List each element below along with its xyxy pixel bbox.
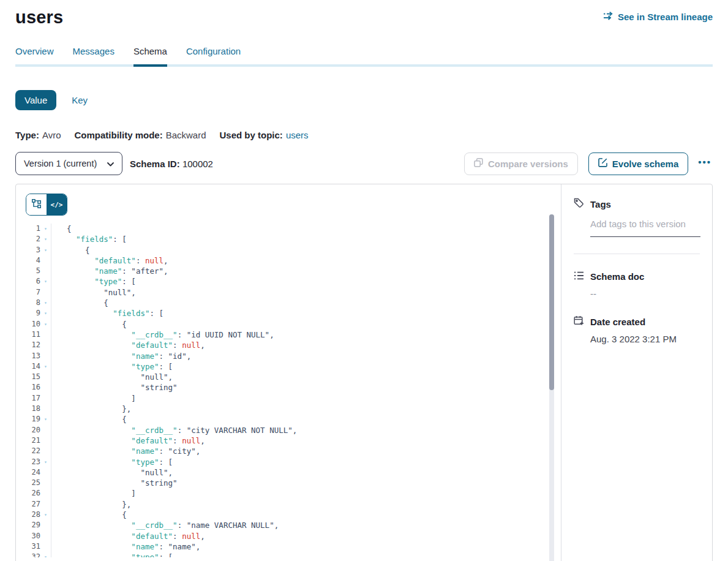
- fold-arrow-icon[interactable]: ▾: [40, 319, 51, 329]
- sidebar-divider: [574, 254, 700, 254]
- code-text: "type": [: [51, 552, 561, 557]
- line-number: 32: [26, 552, 40, 557]
- code-line: 11 "__crdb__": "id UUID NOT NULL",: [26, 329, 561, 340]
- fold-spacer: [40, 435, 51, 446]
- stream-lineage-link[interactable]: See in Stream lineage: [603, 11, 713, 22]
- calendar-plus-icon: [574, 315, 584, 328]
- fold-arrow-icon[interactable]: ▾: [40, 308, 51, 318]
- code-line: 14▾ "type": [: [26, 361, 561, 372]
- code-line: 25 "string": [26, 478, 561, 488]
- tab-overview[interactable]: Overview: [15, 46, 54, 67]
- editor-scrollbar-track[interactable]: [549, 214, 554, 561]
- compatibility-value: Backward: [166, 130, 206, 140]
- code-text: "name": "id",: [51, 351, 561, 361]
- code-line: 26 ]: [26, 488, 561, 499]
- fold-spacer: [40, 499, 51, 510]
- date-created-section: Date created Aug. 3 2022 3:21 PM: [574, 315, 700, 344]
- version-select[interactable]: Version 1 (current): [15, 152, 122, 175]
- schema-doc-value: --: [590, 288, 700, 299]
- code-text: "fields": [: [51, 234, 561, 244]
- line-number: 17: [26, 393, 40, 404]
- schema-doc-heading-row: Schema doc: [574, 271, 700, 282]
- fold-arrow-icon[interactable]: ▾: [40, 414, 51, 424]
- code-view-button[interactable]: </>: [47, 194, 67, 215]
- code-line: 24 "null",: [26, 467, 561, 478]
- code-text: "name": "name",: [51, 541, 561, 552]
- code-text: "name": "after",: [51, 266, 561, 276]
- code-line: 19▾ {: [26, 414, 561, 424]
- value-key-toggle: Value Key: [15, 90, 713, 110]
- fold-arrow-icon[interactable]: ▾: [40, 298, 51, 308]
- code-line: 23▾ "type": [: [26, 457, 561, 467]
- fold-spacer: [40, 382, 51, 393]
- value-toggle-button[interactable]: Value: [15, 90, 56, 110]
- tab-schema[interactable]: Schema: [133, 46, 167, 67]
- code-text: ]: [51, 488, 561, 499]
- fold-spacer: [40, 393, 51, 404]
- code-line: 16 "string": [26, 382, 561, 393]
- editor-scrollbar-thumb[interactable]: [549, 214, 554, 390]
- line-number: 28: [26, 510, 40, 520]
- tab-underline: [15, 64, 713, 67]
- tab-configuration[interactable]: Configuration: [186, 46, 241, 67]
- code-line: 9▾ "fields": [: [26, 308, 561, 318]
- fold-arrow-icon[interactable]: ▾: [40, 224, 51, 234]
- fold-spacer: [40, 520, 51, 530]
- code-text: {: [51, 224, 561, 234]
- more-options-icon[interactable]: •••: [697, 155, 713, 173]
- date-created-heading-row: Date created: [574, 315, 700, 328]
- code-line: 29 "__crdb__": "name VARCHAR NULL",: [26, 520, 561, 530]
- line-number: 6: [26, 276, 40, 287]
- code-line: 28▾ {: [26, 510, 561, 520]
- code-line: 27 },: [26, 499, 561, 510]
- code-text: "null",: [51, 372, 561, 382]
- evolve-schema-button[interactable]: Evolve schema: [588, 152, 688, 175]
- code-text: ]: [51, 393, 561, 404]
- schema-id-value: 100002: [182, 159, 213, 169]
- evolve-schema-label: Evolve schema: [612, 159, 678, 169]
- line-number: 7: [26, 287, 40, 298]
- topic-link[interactable]: users: [286, 130, 309, 140]
- used-by-topic-label: Used by topic:: [220, 130, 283, 140]
- code-text: "fields": [: [51, 308, 561, 318]
- line-number: 2: [26, 234, 40, 244]
- page-header: users See in Stream lineage: [15, 0, 713, 28]
- code-text: },: [51, 499, 561, 510]
- add-tags-input[interactable]: [590, 217, 700, 237]
- code-text: "string": [51, 382, 561, 393]
- fold-arrow-icon[interactable]: ▾: [40, 276, 51, 287]
- fold-arrow-icon[interactable]: ▾: [40, 234, 51, 244]
- fold-spacer: [40, 467, 51, 478]
- compatibility-label: Compatibility mode:: [74, 130, 162, 140]
- version-toolbar: Version 1 (current) Schema ID: 100002 Co…: [15, 152, 713, 175]
- line-number: 1: [26, 224, 40, 234]
- fold-arrow-icon[interactable]: ▾: [40, 457, 51, 467]
- compare-versions-label: Compare versions: [488, 159, 568, 169]
- code-text: "default": null,: [51, 340, 561, 350]
- line-number: 23: [26, 457, 40, 467]
- details-sidebar: Tags Schema doc --: [561, 184, 712, 561]
- fold-spacer: [40, 425, 51, 435]
- fold-spacer: [40, 404, 51, 414]
- compare-versions-button[interactable]: Compare versions: [464, 152, 578, 175]
- page-title: users: [15, 7, 63, 28]
- fold-arrow-icon[interactable]: ▾: [40, 361, 51, 372]
- tags-heading: Tags: [590, 199, 611, 209]
- tree-view-button[interactable]: [26, 194, 47, 215]
- used-by-topic-field: Used by topic:users: [220, 130, 309, 140]
- fold-arrow-icon[interactable]: ▾: [40, 245, 51, 255]
- tab-messages[interactable]: Messages: [73, 46, 114, 67]
- code-text: "null",: [51, 467, 561, 478]
- code-text: "type": [: [51, 361, 561, 372]
- code-text: "name": "city",: [51, 446, 561, 456]
- code-line: 17 ]: [26, 393, 561, 404]
- line-number: 16: [26, 382, 40, 393]
- fold-spacer: [40, 266, 51, 276]
- line-number: 14: [26, 361, 40, 372]
- fold-spacer: [40, 351, 51, 361]
- key-toggle-button[interactable]: Key: [72, 95, 88, 105]
- compare-versions-icon: [474, 158, 483, 169]
- version-select-value: Version 1 (current): [24, 159, 97, 168]
- fold-arrow-icon[interactable]: ▾: [40, 510, 51, 520]
- fold-arrow-icon[interactable]: ▾: [40, 552, 51, 557]
